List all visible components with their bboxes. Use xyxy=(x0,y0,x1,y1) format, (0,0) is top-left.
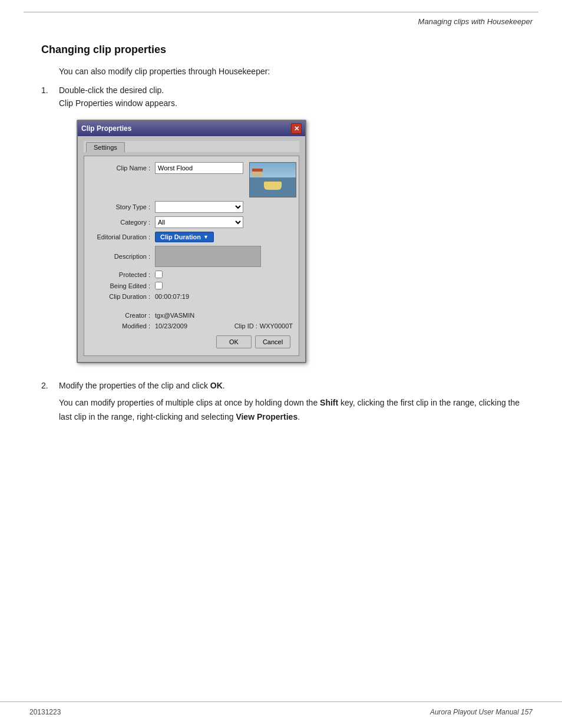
protected-label: Protected : xyxy=(90,271,155,278)
clip-duration-button[interactable]: Clip Duration ▼ xyxy=(155,232,214,242)
dialog-body: Settings Clip Name : xyxy=(78,136,305,362)
modified-clipid-row: Modified : 10/23/2009 Clip ID : WXY0000T xyxy=(90,322,293,330)
footer-date: 20131223 xyxy=(29,708,61,716)
story-type-label: Story Type : xyxy=(90,203,155,210)
description-label: Description : xyxy=(90,253,155,260)
protected-row: Protected : xyxy=(90,271,293,278)
being-edited-row: Being Edited : xyxy=(90,282,293,289)
step2-number: 2. xyxy=(41,381,59,390)
clip-properties-dialog: Clip Properties ✕ Settings Clip Name : xyxy=(77,120,306,363)
being-edited-label: Being Edited : xyxy=(90,282,155,289)
meta-info: Creator : tgx@VASMIN Modified : 10/23/20… xyxy=(90,312,293,330)
modified-value: 10/23/2009 xyxy=(155,322,187,330)
dropdown-arrow-icon: ▼ xyxy=(203,234,209,240)
editorial-duration-row: Editorial Duration : Clip Duration ▼ xyxy=(90,232,293,242)
step1-sub: Clip Properties window appears. xyxy=(59,98,533,108)
creator-value: tgx@VASMIN xyxy=(155,312,194,319)
dialog-close-button[interactable]: ✕ xyxy=(291,123,302,134)
clip-id-label: Clip ID : xyxy=(234,322,257,330)
clip-duration-value: 00:00:07:19 xyxy=(155,293,189,300)
clip-duration-row: Clip Duration : 00:00:07:19 xyxy=(90,293,293,300)
modified-label: Modified : xyxy=(90,322,155,330)
clip-name-row: Clip Name : xyxy=(90,162,293,197)
protected-checkbox[interactable] xyxy=(155,271,163,278)
intro-text: You can also modify clip properties thro… xyxy=(59,67,533,76)
dialog-wrapper: Clip Properties ✕ Settings Clip Name : xyxy=(77,120,533,363)
story-type-row: Story Type : xyxy=(90,201,293,213)
step2-text: Modify the properties of the clip and cl… xyxy=(59,381,225,390)
description-input[interactable] xyxy=(155,246,261,267)
category-label: Category : xyxy=(90,219,155,226)
dialog-inner-panel: Clip Name : Story Type : xyxy=(84,156,299,356)
story-type-select[interactable] xyxy=(155,201,243,213)
cancel-button[interactable]: Cancel xyxy=(255,335,290,348)
clip-name-label: Clip Name : xyxy=(90,164,155,172)
header-text: Managing clips with Housekeeper xyxy=(418,17,533,26)
dialog-buttons: OK Cancel xyxy=(90,335,293,348)
creator-row: Creator : tgx@VASMIN xyxy=(90,312,293,319)
page-footer: 20131223 Aurora Playout User Manual 157 xyxy=(0,701,562,716)
thumbnail xyxy=(249,162,296,197)
editorial-duration-label: Editorial Duration : xyxy=(90,233,155,241)
footer-product: Aurora Playout User Manual 157 xyxy=(430,708,533,716)
clip-id-value: WXY0000T xyxy=(260,322,293,330)
dialog-tab-bar: Settings xyxy=(84,141,299,152)
category-select[interactable]: All xyxy=(155,216,243,228)
clip-name-input[interactable] xyxy=(155,162,243,174)
creator-label: Creator : xyxy=(90,312,155,319)
page-header: Managing clips with Housekeeper xyxy=(0,12,562,26)
step1-text: Double-click the desired clip. xyxy=(59,85,164,95)
description-row: Description : xyxy=(90,246,293,267)
being-edited-checkbox[interactable] xyxy=(155,282,163,289)
section-title: Changing clip properties xyxy=(41,44,533,56)
main-content: Changing clip properties You can also mo… xyxy=(0,26,562,448)
step2-sub: You can modify properties of multiple cl… xyxy=(59,396,533,424)
category-row: Category : All xyxy=(90,216,293,228)
dialog-titlebar: Clip Properties ✕ xyxy=(78,121,305,136)
step1-number: 1. xyxy=(41,85,59,95)
ok-button[interactable]: OK xyxy=(216,335,252,348)
clip-duration-label: Clip Duration : xyxy=(90,293,155,300)
settings-tab[interactable]: Settings xyxy=(86,142,125,152)
dialog-title: Clip Properties xyxy=(81,124,131,133)
